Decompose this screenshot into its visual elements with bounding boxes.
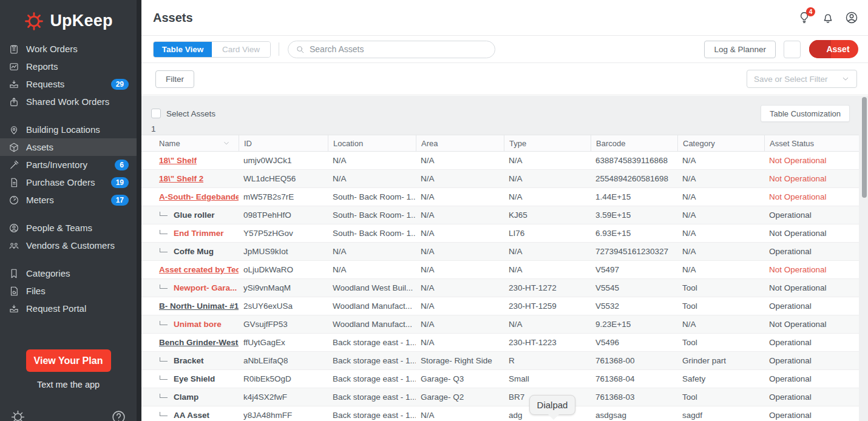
asset-name-link[interactable]: Newport- Gara...	[174, 283, 237, 292]
asset-name-link[interactable]: 18\" Shelf	[159, 156, 197, 165]
sidebar-item-requests[interactable]: Requests29	[0, 75, 137, 93]
log-planner-button[interactable]: Log & Planner	[704, 41, 776, 58]
cell-location: Woodland West Buil...	[328, 279, 416, 297]
sidebar-item-label: Building Locations	[26, 124, 100, 135]
cell-location: Woodland Manufact...	[328, 297, 416, 315]
table-row: Coffe MugJpMUS9kIotN/AN/AN/A727394516123…	[141, 243, 859, 261]
cell-name: 18\" Shelf 2	[141, 170, 239, 187]
asset-name-link[interactable]: Eye Shield	[174, 374, 215, 383]
column-header-barcode[interactable]: Barcode	[591, 135, 677, 151]
column-header-location[interactable]: Location	[328, 135, 416, 151]
child-elbow-icon	[160, 412, 168, 416]
text-me-the-app-link[interactable]: Text me the app	[0, 380, 137, 389]
sidebar-section: CategoriesFilesRequest Portal	[0, 264, 137, 317]
column-header-name[interactable]: Name	[141, 135, 239, 151]
sidebar-item-files[interactable]: Files	[0, 282, 137, 300]
upkeep-logo[interactable]: UpKeep	[0, 0, 137, 34]
table-customization-button[interactable]: Table Customization	[761, 105, 850, 122]
view-your-plan-button[interactable]: View Your Plan	[26, 349, 111, 372]
cell-id: JpMUS9kIot	[239, 243, 328, 260]
asset-name-link[interactable]: B- North- Unimat- #1	[159, 301, 239, 311]
column-header-category[interactable]: Category	[677, 135, 764, 151]
select-assets-control[interactable]: Select Assets	[151, 109, 215, 118]
cell-name: AA Asset	[141, 406, 239, 421]
cell-location: Woodland Manufact...	[328, 315, 416, 333]
sidebar-item-label: Requests	[26, 79, 64, 89]
cell-area: N/A	[416, 188, 504, 206]
filter-button[interactable]: Filter	[155, 70, 194, 88]
search-input[interactable]	[310, 44, 489, 54]
cell-name: 18\" Shelf	[141, 152, 239, 169]
blank-action-button[interactable]	[784, 41, 801, 58]
cell-location: South- Back Room- 1...	[328, 224, 416, 242]
cell-location: Back storage east - 1...	[328, 334, 416, 351]
card-view-tab[interactable]: Card View	[212, 42, 270, 57]
saved-filter-select[interactable]: Save or Select Filter	[747, 70, 857, 88]
inbox-icon	[8, 79, 19, 90]
cell-name: Bracket	[141, 352, 239, 369]
asset-name-link[interactable]: Bracket	[174, 356, 204, 365]
sort-chevron-icon	[223, 140, 230, 147]
asset-name-link[interactable]: Unimat bore	[174, 320, 222, 329]
table-row: End TrimmerY57P5zHGovSouth- Back Room- 1…	[141, 224, 859, 243]
sidebar-item-shared-work-orders[interactable]: Shared Work Orders	[0, 93, 137, 110]
column-header-asset-status[interactable]: Asset Status	[764, 135, 859, 151]
column-header-id[interactable]: ID	[239, 135, 328, 151]
asset-name-link[interactable]: A-South- Edgebander	[159, 192, 239, 201]
sidebar-item-parts-inventory[interactable]: Parts/Inventory6	[0, 156, 137, 173]
cell-location: N/A	[328, 261, 416, 278]
child-elbow-icon	[160, 248, 168, 252]
column-header-type[interactable]: Type	[504, 135, 591, 151]
cell-location: Back storage east - 1...	[328, 370, 416, 388]
asset-name-link[interactable]: 18\" Shelf 2	[159, 174, 203, 183]
sidebar-item-label: Request Portal	[26, 303, 86, 314]
help-icon[interactable]	[111, 409, 126, 421]
sidebar-item-work-orders[interactable]: Work Orders	[0, 40, 137, 58]
cell-type: 230-HT-1223	[504, 334, 591, 351]
sidebar-item-meters[interactable]: Meters17	[0, 191, 137, 209]
select-assets-checkbox[interactable]	[151, 109, 161, 118]
sidebar-item-vendors-customers[interactable]: Vendors & Customers	[0, 237, 137, 254]
user-profile-icon[interactable]	[845, 11, 858, 24]
cell-name: Newport- Gara...	[141, 279, 239, 297]
cell-area: N/A	[416, 261, 504, 278]
tips-lightbulb-icon[interactable]: 4	[798, 11, 811, 24]
column-header-area[interactable]: Area	[416, 135, 504, 151]
table-view-tab[interactable]: Table View	[154, 42, 212, 57]
sidebar-item-people-teams[interactable]: People & Teams	[0, 219, 137, 237]
asset-name-link[interactable]: Coffe Mug	[174, 247, 214, 256]
asset-name-link[interactable]: AA Asset	[174, 411, 209, 420]
cell-asset-status: Operational	[764, 370, 859, 388]
vertical-scrollbar-thumb[interactable]	[862, 97, 867, 198]
settings-gear-icon[interactable]	[10, 409, 25, 421]
column-header-label: Location	[333, 139, 363, 148]
asset-name-link[interactable]: Clamp	[174, 392, 198, 402]
cube-icon	[8, 142, 19, 153]
cell-barcode: 1.44E+15	[591, 188, 677, 206]
cell-asset-status: Not Operational	[764, 261, 859, 278]
sidebar-item-categories[interactable]: Categories	[0, 264, 137, 282]
notifications-bell-icon[interactable]	[821, 11, 835, 24]
logo-text: UpKeep	[50, 12, 112, 30]
sidebar-item-reports[interactable]: Reports	[0, 58, 137, 75]
add-asset-button[interactable]: Asset	[809, 40, 858, 58]
sidebar-item-request-portal[interactable]: Request Portal	[0, 300, 137, 317]
asset-name-link[interactable]: Glue roller	[174, 210, 215, 220]
sidebar-item-label: Assets	[26, 142, 53, 152]
view-toolbar: Table View Card View Log & Planner Asset	[141, 36, 868, 63]
child-elbow-icon	[160, 212, 168, 216]
sidebar-item-building-locations[interactable]: Building Locations	[0, 121, 137, 138]
filter-bar: Filter Save or Select Filter	[141, 63, 868, 95]
sidebar-nav: Work OrdersReportsRequests29Shared Work …	[0, 40, 137, 317]
cell-location: Back storage east - 1...	[328, 406, 416, 421]
asset-name-link[interactable]: Bench Grinder-West- #1	[159, 338, 239, 347]
cell-type: 230-HT-1259	[504, 297, 591, 315]
cell-name: Unimat bore	[141, 315, 239, 333]
cell-category: N/A	[677, 243, 764, 260]
sidebar-item-purchase-orders[interactable]: Purchase Orders19	[0, 173, 137, 191]
asset-name-link[interactable]: End Trimmer	[174, 229, 224, 238]
sidebar-item-assets[interactable]: Assets	[0, 138, 137, 156]
cell-category: N/A	[677, 315, 764, 333]
dialpad-tooltip-label: Dialpad	[537, 400, 568, 410]
asset-name-link[interactable]: Asset created by Tech	[159, 265, 239, 274]
